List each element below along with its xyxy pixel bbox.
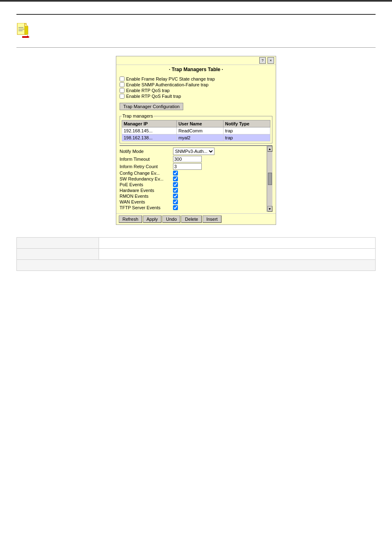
document-icon (16, 23, 30, 38)
config-change-label: Config Change Ev... (120, 171, 173, 176)
trap-managers-dialog: ? × · Trap Managers Table · Enable Frame… (116, 56, 276, 225)
rmon-events-checkbox[interactable] (173, 194, 178, 199)
rtp-fault-label: Enable RTP QoS Fault trap (126, 94, 181, 99)
refresh-button[interactable]: Refresh (119, 215, 142, 223)
dialog-body: Enable Frame Relay PVC State change trap… (116, 74, 276, 213)
inform-retry-input[interactable]: 3 (173, 163, 202, 170)
notify-mode-label: Notify Mode (120, 149, 173, 154)
table-row[interactable]: 192.168.145... ReadComm trap (122, 127, 270, 134)
user-name-cell: myal2 (177, 134, 224, 141)
rtp-fault-checkbox[interactable] (120, 94, 125, 99)
bottom-table-full-row (17, 260, 376, 271)
poe-events-checkbox[interactable] (173, 182, 178, 187)
bottom-table-col2 (99, 249, 376, 260)
snmp-auth-label: Enable SNMP Authentication-Failure trap (126, 82, 208, 87)
sw-redundancy-label: SW Redundancy Ev... (120, 176, 173, 181)
inform-retry-label: Inform Retry Count (120, 164, 173, 169)
checkbox-rtp-fault: Enable RTP QoS Fault trap (120, 94, 272, 99)
dialog-footer: Refresh Apply Undo Delete Insert (116, 213, 276, 224)
notify-mode-select[interactable]: SNMPv3-Auth... SNMPv2c SNMPv1 (173, 148, 214, 155)
inform-timeout-input[interactable]: 300 (173, 156, 202, 162)
rmon-events-row: RMON Events (120, 194, 267, 199)
bottom-table-col1 (17, 249, 99, 260)
table-row (17, 238, 376, 249)
col-user-name: User Name (177, 120, 224, 127)
undo-button[interactable]: Undo (162, 215, 180, 223)
svg-rect-7 (22, 36, 27, 38)
sw-redundancy-checkbox[interactable] (173, 176, 178, 181)
wan-events-label: WAN Events (120, 199, 173, 204)
dialog-titlebar: ? × (116, 56, 276, 65)
close-button[interactable]: × (267, 57, 274, 64)
notify-type-cell: trap (223, 134, 270, 141)
config-change-checkbox[interactable] (173, 171, 178, 176)
scrollbar-down-arrow[interactable]: ▼ (267, 206, 272, 212)
frame-relay-label: Enable Frame Relay PVC State change trap (126, 76, 215, 81)
tftp-events-label: TFTP Server Events (120, 205, 173, 210)
notify-mode-row: Notify Mode SNMPv3-Auth... SNMPv2c SNMPv… (120, 148, 267, 155)
bottom-table-col1 (17, 238, 99, 249)
table-row (17, 260, 376, 271)
snmp-auth-checkbox[interactable] (120, 82, 125, 87)
insert-button[interactable]: Insert (203, 215, 221, 223)
col-notify-type: Notify Type (223, 120, 270, 127)
frame-relay-checkbox[interactable] (120, 76, 125, 81)
user-name-cell: ReadComm (177, 127, 224, 134)
svg-rect-5 (18, 30, 23, 31)
wan-events-row: WAN Events (120, 199, 267, 204)
config-section: Notify Mode SNMPv3-Auth... SNMPv2c SNMPv… (120, 146, 267, 212)
inform-timeout-row: Inform Timeout 300 (120, 156, 267, 162)
table-row[interactable]: 198.162.138... myal2 trap (122, 134, 270, 141)
config-change-row: Config Change Ev... (120, 171, 267, 176)
table-row (17, 249, 376, 260)
trap-manager-config-button[interactable]: Trap Manager Configuration (120, 103, 183, 110)
wan-events-checkbox[interactable] (173, 199, 178, 204)
hardware-events-row: Hardware Events (120, 188, 267, 193)
rtp-qos-checkbox[interactable] (120, 88, 125, 93)
tftp-events-row: TFTP Server Events (120, 205, 267, 210)
scrollbar-thumb[interactable] (268, 173, 272, 185)
svg-rect-3 (18, 27, 23, 28)
bottom-table-col2 (99, 238, 376, 249)
checkbox-rtp-qos: Enable RTP QoS trap (120, 88, 272, 93)
help-button[interactable]: ? (259, 57, 266, 64)
notify-type-cell: trap (223, 127, 270, 134)
checkbox-snmp-auth: Enable SNMP Authentication-Failure trap (120, 82, 272, 87)
apply-button[interactable]: Apply (143, 215, 162, 223)
managers-table: Manager IP User Name Notify Type 192.168… (122, 120, 270, 141)
trap-managers-group: Trap managers Manager IP User Name Notif… (120, 113, 272, 143)
sw-redundancy-row: SW Redundancy Ev... (120, 176, 267, 181)
hardware-events-checkbox[interactable] (173, 188, 178, 193)
manager-ip-cell: 198.162.138... (122, 134, 177, 141)
inform-timeout-label: Inform Timeout (120, 157, 173, 162)
middle-rule (16, 47, 376, 48)
svg-marker-6 (27, 35, 30, 38)
hardware-events-label: Hardware Events (120, 188, 173, 193)
bottom-table (16, 237, 376, 271)
poe-events-label: PoE Events (120, 182, 173, 187)
manager-ip-cell: 192.168.145... (122, 127, 177, 134)
inform-retry-row: Inform Retry Count 3 (120, 163, 267, 170)
trap-managers-legend: Trap managers (122, 113, 154, 118)
rtp-qos-label: Enable RTP QoS trap (126, 88, 170, 93)
tftp-events-checkbox[interactable] (173, 205, 178, 210)
svg-rect-4 (18, 29, 24, 30)
poe-events-row: PoE Events (120, 182, 267, 187)
rmon-events-label: RMON Events (120, 194, 173, 199)
col-manager-ip: Manager IP (122, 120, 177, 127)
dialog-container: ? × · Trap Managers Table · Enable Frame… (16, 56, 376, 225)
scrollbar-up-arrow[interactable]: ▲ (267, 146, 272, 152)
checkbox-frame-relay: Enable Frame Relay PVC State change trap (120, 76, 272, 81)
dialog-title: · Trap Managers Table · (116, 65, 276, 74)
icon-area (16, 23, 376, 39)
delete-button[interactable]: Delete (181, 215, 202, 223)
top-rule (16, 14, 376, 15)
